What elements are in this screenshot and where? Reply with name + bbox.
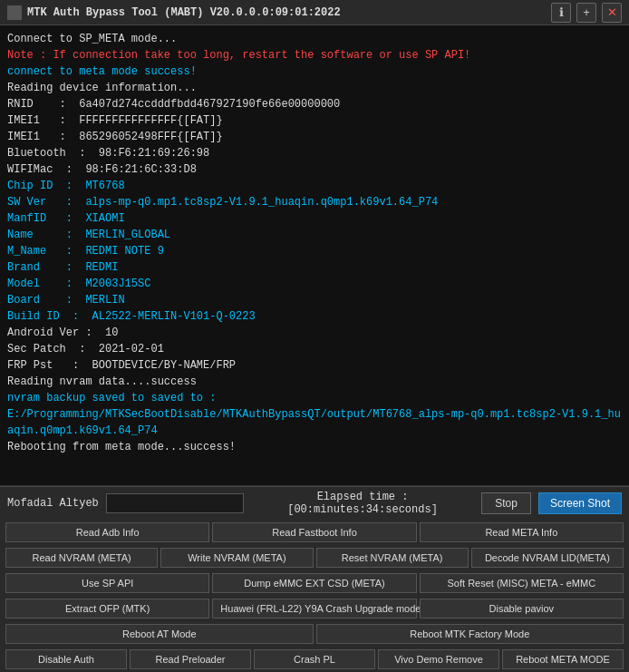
log-line: nvram backup saved to saved to : <box>7 390 622 406</box>
log-line: connect to meta mode success! <box>7 63 622 80</box>
tool-button-4-1[interactable]: Reboot MTK Factory Mode <box>316 624 624 644</box>
screenshot-button[interactable]: Screen Shot <box>538 492 622 514</box>
log-line: ManfID : XIAOMI <box>7 210 622 227</box>
status-row: Mofadal Altyeb Elapsed time : [00:minute… <box>0 487 629 520</box>
button-row-5: Disable AuthRead PreloaderCrash PLVivo D… <box>0 647 629 672</box>
button-rows: Read Adb InfoRead Fastboot InfoRead META… <box>0 520 629 672</box>
log-line: FRP Pst : BOOTDEVICE/BY-NAME/FRP <box>7 357 622 374</box>
tool-button-5-1[interactable]: Read Preloader <box>130 649 251 669</box>
close-button[interactable]: ✕ <box>602 3 622 23</box>
log-line: Brand : REDMI <box>7 259 622 276</box>
log-line: Reading nvram data....success <box>7 374 622 390</box>
title-bar: MTK Auth Bypass Tool (MABT) V20.0.0.0:09… <box>0 0 629 25</box>
log-line: Chip ID : MT6768 <box>7 178 622 194</box>
log-line: WIFIMac : 98:F6:21:6C:33:D8 <box>7 161 622 178</box>
tool-button-1-0[interactable]: Read NVRAM (META) <box>5 548 158 568</box>
tool-button-3-2[interactable]: Disable paviov <box>420 599 624 618</box>
stop-button[interactable]: Stop <box>481 492 531 514</box>
log-line: E:/Programming/MTKSecBootDisable/MTKAuth… <box>7 406 622 439</box>
button-row-1: Read NVRAM (META)Write NVRAM (META)Reset… <box>0 545 629 570</box>
log-line: Board : MERLIN <box>7 292 622 308</box>
tool-button-0-2[interactable]: Read META Info <box>420 522 624 542</box>
tool-button-5-4[interactable]: Reboot META MODE <box>502 649 624 669</box>
button-row-4: Reboot AT ModeReboot MTK Factory Mode <box>0 621 629 647</box>
tool-button-1-3[interactable]: Decode NVRAM LID(META) <box>471 548 624 568</box>
log-area[interactable]: Connect to SP_META mode...Note : If conn… <box>0 25 629 486</box>
tool-button-3-1[interactable]: Huawei (FRL-L22) Y9A Crash Upgrade mode … <box>212 599 416 618</box>
log-line: Reading device information... <box>7 80 622 96</box>
title-bar-left: MTK Auth Bypass Tool (MABT) V20.0.0.0:09… <box>7 5 341 20</box>
log-line: Build ID : AL2522-MERLIN-V101-Q-0223 <box>7 308 622 325</box>
tool-button-3-0[interactable]: Extract OFP (MTK) <box>5 599 209 618</box>
name-input[interactable] <box>106 493 244 513</box>
log-line: Name : MERLIN_GLOBAL <box>7 227 622 243</box>
log-line: Model : M2003J15SC <box>7 276 622 292</box>
tool-button-4-0[interactable]: Reboot AT Mode <box>5 624 314 644</box>
button-row-3: Extract OFP (MTK)Huawei (FRL-L22) Y9A Cr… <box>0 596 629 621</box>
app-icon <box>7 5 22 20</box>
log-line: IMEI1 : FFFFFFFFFFFFFFF{[FAT]} <box>7 112 622 129</box>
tool-button-2-1[interactable]: Dump eMMC EXT CSD (META) <box>212 573 416 593</box>
tool-button-1-1[interactable]: Write NVRAM (META) <box>160 548 313 568</box>
log-line: Connect to SP_META mode... <box>7 31 622 47</box>
button-row-0: Read Adb InfoRead Fastboot InfoRead META… <box>0 520 629 545</box>
tool-button-2-0[interactable]: Use SP API <box>5 573 209 593</box>
log-line: Note : If connection take too long, rest… <box>7 47 622 63</box>
main-content: Connect to SP_META mode...Note : If conn… <box>0 25 629 672</box>
tool-button-2-2[interactable]: Soft Reset (MISC) META - eMMC <box>420 573 624 593</box>
elapsed-time: Elapsed time : [00:minutes:34:seconds] <box>251 491 474 516</box>
tool-button-5-3[interactable]: Vivo Demo Remove <box>378 649 499 669</box>
tool-button-0-0[interactable]: Read Adb Info <box>5 522 209 542</box>
title-bar-controls: ℹ + ✕ <box>551 3 622 23</box>
window-title: MTK Auth Bypass Tool (MABT) V20.0.0.0:09… <box>27 6 341 19</box>
add-button[interactable]: + <box>576 3 596 23</box>
log-line: Sec Patch : 2021-02-01 <box>7 341 622 357</box>
log-line: SW Ver : alps-mp-q0.mp1.tc8sp2-V1.9.1_hu… <box>7 194 622 210</box>
button-row-2: Use SP APIDump eMMC EXT CSD (META)Soft R… <box>0 570 629 596</box>
tool-button-5-2[interactable]: Crash PL <box>254 649 375 669</box>
log-line: IMEI1 : 865296052498FFF{[FAT]} <box>7 129 622 145</box>
log-line: Rebooting from meta mode...success! <box>7 439 622 455</box>
tool-button-5-0[interactable]: Disable Auth <box>5 649 127 669</box>
log-line: RNID : 6a407d274ccdddfbdd467927190fe66e0… <box>7 96 622 112</box>
log-line: M_Name : REDMI NOTE 9 <box>7 243 622 259</box>
info-button[interactable]: ℹ <box>551 3 571 23</box>
tool-button-1-2[interactable]: Reset NVRAM (META) <box>316 548 469 568</box>
log-line: Android Ver : 10 <box>7 325 622 341</box>
user-name: Mofadal Altyeb <box>7 497 99 510</box>
bottom-controls: Mofadal Altyeb Elapsed time : [00:minute… <box>0 486 629 672</box>
log-line: Bluetooth : 98:F6:21:69:26:98 <box>7 145 622 161</box>
tool-button-0-1[interactable]: Read Fastboot Info <box>212 522 416 542</box>
